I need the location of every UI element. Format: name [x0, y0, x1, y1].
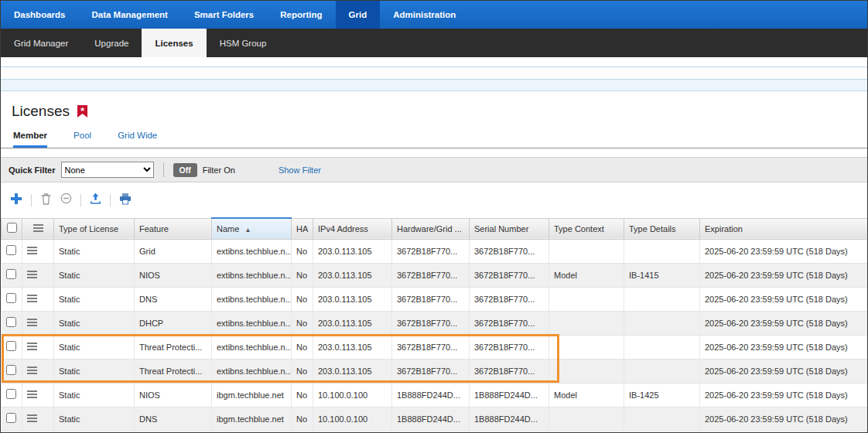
cell-name: extibns.techblue.n... [212, 335, 292, 359]
column-header-serial-number[interactable]: Serial Number [470, 218, 549, 239]
row-menu-cell [22, 383, 54, 407]
subnav-licenses[interactable]: Licenses [142, 29, 206, 57]
cell-type-details: IB-1425 [624, 383, 700, 407]
cell-type-context: Model [549, 383, 624, 407]
cell-type-of-license: Static [54, 263, 135, 287]
table-toolbar [1, 182, 867, 217]
cell-name: extibns.techblue.n... [212, 359, 292, 383]
cell-serial-number: 3672B18F770... [470, 239, 549, 263]
row-menu-icon[interactable] [27, 317, 37, 328]
column-header-expiration[interactable]: Expiration [700, 218, 868, 239]
column-header-type-details[interactable]: Type Details [624, 218, 700, 239]
column-header-feature[interactable]: Feature [135, 218, 212, 239]
row-menu-icon[interactable] [27, 389, 37, 400]
cell-type-of-license: Static [54, 311, 135, 335]
cell-type-details [624, 239, 700, 263]
export-button[interactable] [90, 193, 101, 207]
cell-ipv4-address: 203.0.113.105 [313, 287, 392, 311]
filter-toggle-button[interactable]: Off [173, 163, 197, 177]
subnav-hsm-group[interactable]: HSM Group [207, 29, 280, 57]
filter-on-label: Filter On [203, 165, 235, 175]
nav-data-management[interactable]: Data Management [78, 1, 180, 29]
cell-ipv4-address: 203.0.113.105 [313, 359, 392, 383]
table-row[interactable]: StaticDNSibgm.techblue.netNo10.100.0.100… [2, 407, 868, 431]
print-button[interactable] [119, 193, 132, 208]
cell-type-details [624, 359, 700, 383]
row-checkbox[interactable] [6, 365, 16, 375]
cell-ipv4-address: 203.0.113.105 [313, 311, 392, 335]
add-icon [10, 193, 22, 208]
subnav-grid-manager[interactable]: Grid Manager [1, 29, 81, 57]
delete-button[interactable] [40, 193, 52, 208]
select-all-checkbox[interactable] [7, 223, 17, 233]
column-header-type-of-license[interactable]: Type of License [54, 218, 135, 239]
cell-expiration: 2025-06-20 23:59:59 UTC (518 Days) [700, 287, 868, 311]
subnav-upgrade[interactable]: Upgrade [81, 29, 142, 57]
add-button[interactable] [10, 193, 22, 208]
disable-button[interactable] [60, 193, 72, 207]
quick-filter-select[interactable]: None [61, 162, 154, 178]
toolbar-divider [31, 194, 32, 206]
row-menu-cell [22, 263, 54, 287]
table-row[interactable]: StaticNIOSibgm.techblue.netNo10.100.0.10… [2, 383, 868, 407]
cell-ha: No [292, 383, 313, 407]
bookmark-icon[interactable]: ★ [77, 105, 87, 118]
row-checkbox[interactable] [6, 341, 16, 351]
row-menu-icon[interactable] [27, 245, 37, 256]
export-icon [90, 193, 101, 207]
tab-member[interactable]: Member [13, 131, 47, 148]
row-checkbox-cell [2, 335, 22, 359]
row-checkbox[interactable] [6, 317, 16, 327]
table-row[interactable]: StaticThreat Protecti...extibns.techblue… [2, 335, 868, 359]
row-checkbox-cell [2, 311, 22, 335]
row-menu-icon[interactable] [27, 293, 37, 304]
nav-dashboards[interactable]: Dashboards [1, 1, 78, 29]
row-checkbox[interactable] [6, 413, 16, 423]
row-menu-cell [22, 359, 54, 383]
row-checkbox[interactable] [6, 245, 16, 255]
cell-serial-number: 1B888FD244D... [470, 383, 549, 407]
row-checkbox[interactable] [6, 293, 16, 303]
app-window: Dashboards Data Management Smart Folders… [0, 0, 868, 433]
cell-hardware: 3672B18F770... [392, 239, 470, 263]
table-row[interactable]: StaticDHCPextibns.techblue.n...No203.0.1… [2, 311, 868, 335]
tab-grid-wide[interactable]: Grid Wide [118, 131, 157, 148]
nav-smart-folders[interactable]: Smart Folders [181, 1, 267, 29]
row-menu-icon[interactable] [27, 269, 37, 280]
table-row[interactable]: StaticDNSextibns.techblue.n...No203.0.11… [2, 287, 868, 311]
cell-type-context [549, 359, 624, 383]
row-checkbox[interactable] [6, 269, 16, 279]
row-menu-icon[interactable] [27, 365, 37, 376]
row-checkbox-cell [2, 407, 22, 431]
cell-type-details [624, 311, 700, 335]
nav-administration[interactable]: Administration [380, 1, 469, 29]
tab-pool[interactable]: Pool [73, 131, 91, 148]
cell-type-details: IB-1415 [624, 263, 700, 287]
cell-expiration: 2025-06-20 23:59:59 UTC (518 Days) [700, 335, 868, 359]
nav-grid[interactable]: Grid [336, 1, 381, 29]
cell-hardware: 3672B18F770... [392, 263, 470, 287]
column-header-hardware-grid[interactable]: Hardware/Grid ... [392, 218, 470, 239]
cell-type-of-license: Static [54, 383, 135, 407]
cell-serial-number: 3672B18F770... [470, 287, 549, 311]
nav-reporting[interactable]: Reporting [267, 1, 335, 29]
row-checkbox[interactable] [6, 389, 16, 399]
header-menu-cell [22, 218, 54, 239]
cell-serial-number: 3672B18F770... [470, 359, 549, 383]
column-header-ha[interactable]: HA [292, 218, 313, 239]
row-menu-icon[interactable] [27, 341, 37, 352]
table-menu-icon[interactable] [33, 223, 43, 234]
row-menu-cell [22, 335, 54, 359]
cell-expiration: 2025-06-20 23:59:59 UTC (518 Days) [700, 239, 868, 263]
table-row[interactable]: StaticNIOSextibns.techblue.n...No203.0.1… [2, 263, 868, 287]
column-header-type-context[interactable]: Type Context [549, 218, 624, 239]
table-row[interactable]: StaticThreat Protecti...extibns.techblue… [2, 359, 868, 383]
cell-type-details [624, 335, 700, 359]
show-filter-link[interactable]: Show Filter [279, 165, 321, 175]
table-row[interactable]: StaticGridextibns.techblue.n...No203.0.1… [2, 239, 868, 263]
column-header-name[interactable]: Name ▲ [212, 218, 292, 239]
cell-type-of-license: Static [54, 359, 135, 383]
column-header-ipv4-address[interactable]: IPv4 Address [313, 218, 392, 239]
row-menu-icon[interactable] [27, 413, 37, 424]
toolbar-divider [110, 194, 111, 206]
